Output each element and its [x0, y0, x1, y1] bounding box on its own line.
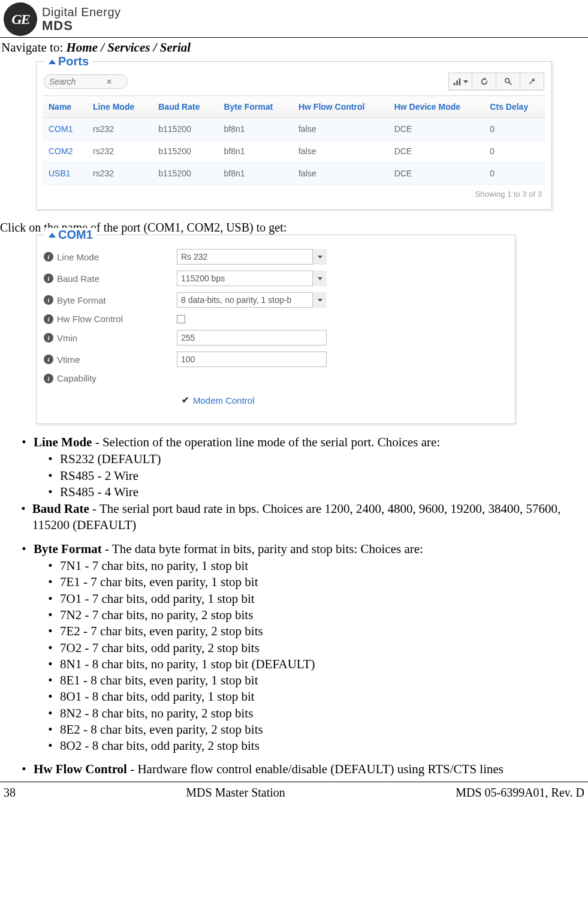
- cell-hwdev: DCE: [388, 140, 484, 163]
- table-row[interactable]: COM2 rs232 b115200 bf8n1 false DCE 0: [43, 140, 545, 163]
- caret-down-icon[interactable]: [312, 271, 327, 286]
- search-input[interactable]: [49, 77, 103, 86]
- modem-control-label: Modem Control: [193, 395, 255, 406]
- logo-bottom-text: MDS: [42, 19, 121, 32]
- byte-fmt-opt: 8E2 - 8 char bits, even parity, 2 stop b…: [60, 722, 263, 738]
- col-cts-delay[interactable]: Cts Delay: [484, 96, 545, 118]
- info-icon[interactable]: i: [44, 295, 53, 305]
- cell-hwdev: DCE: [388, 118, 484, 140]
- byte-fmt-opt: 7E2 - 7 char bits, even parity, 2 stop b…: [60, 623, 263, 639]
- com1-panel: COM1 i Line Mode i Baud Rate i Byte Form…: [36, 235, 515, 424]
- modem-control-link[interactable]: ✔ Modem Control: [182, 395, 508, 406]
- ports-panel-legend[interactable]: Ports: [45, 55, 92, 68]
- cell-name[interactable]: USB1: [43, 163, 87, 185]
- signal-button[interactable]: [448, 73, 472, 91]
- cell-hwflow: false: [293, 140, 388, 163]
- search-box[interactable]: ×: [44, 74, 128, 89]
- svg-rect-1: [456, 80, 458, 85]
- line-mode-opt: RS485 - 2 Wire: [60, 468, 138, 484]
- cell-baud: b115200: [152, 118, 218, 140]
- byte-fmt-opt: 7N1 - 7 char bits, no parity, 1 stop bit: [60, 558, 248, 574]
- byte-fmt-opt: 8N2 - 8 char bits, no parity, 2 stop bit…: [60, 705, 253, 722]
- col-byte-format[interactable]: Byte Format: [218, 96, 292, 118]
- check-icon: ✔: [182, 395, 189, 406]
- label-byte-format: Byte Format: [57, 295, 177, 305]
- info-icon[interactable]: i: [44, 355, 53, 364]
- caret-down-icon[interactable]: [312, 249, 327, 265]
- text-byte-format: - The data byte format in bits, parity a…: [102, 542, 423, 556]
- row-line-mode: i Line Mode: [44, 246, 508, 268]
- refresh-icon: [480, 77, 489, 86]
- col-line-mode[interactable]: Line Mode: [87, 96, 152, 118]
- line-mode-value[interactable]: [177, 249, 327, 265]
- caret-down-icon[interactable]: [312, 292, 327, 308]
- refresh-button[interactable]: [472, 73, 496, 91]
- cell-byte: bf8n1: [218, 140, 292, 163]
- line-mode-select[interactable]: [177, 249, 327, 265]
- cell-cts: 0: [484, 140, 545, 163]
- cell-line-mode: rs232: [87, 118, 152, 140]
- cell-line-mode: rs232: [87, 163, 152, 185]
- info-icon[interactable]: i: [44, 274, 53, 283]
- line-mode-opt: RS485 - 4 Wire: [60, 484, 138, 500]
- label-vtime: Vtime: [57, 355, 177, 365]
- label-baud-rate: Baud Rate: [57, 274, 177, 284]
- baud-rate-value[interactable]: [177, 271, 327, 286]
- chevron-up-icon: [49, 233, 56, 238]
- row-baud-rate: i Baud Rate: [44, 268, 508, 289]
- wrench-button[interactable]: [520, 73, 544, 91]
- svg-point-3: [505, 79, 509, 83]
- vmin-input[interactable]: [177, 330, 327, 346]
- row-vtime: i Vtime: [44, 349, 508, 370]
- hw-flow-checkbox[interactable]: [177, 315, 185, 323]
- svg-rect-0: [453, 83, 455, 85]
- col-hw-flow[interactable]: Hw Flow Control: [293, 96, 388, 118]
- com1-panel-legend[interactable]: COM1: [45, 228, 97, 242]
- table-row[interactable]: USB1 rs232 b115200 bf8n1 false DCE 0: [43, 163, 545, 185]
- text-baud-rate: - The serial port baud rate in bps. Choi…: [32, 501, 561, 532]
- com1-title: COM1: [58, 228, 93, 242]
- desc-hw-flow: •Hw Flow Control - Hardware flow control…: [0, 758, 588, 782]
- cell-byte: bf8n1: [218, 163, 292, 185]
- text-line-mode: - Selection of the operation line mode o…: [92, 435, 440, 449]
- cell-hwdev: DCE: [388, 163, 484, 185]
- logo-text: Digital Energy MDS: [42, 6, 121, 32]
- breadcrumb: Home / Services / Serial: [66, 40, 191, 55]
- label-hw-flow: Hw Flow Control: [57, 314, 177, 324]
- byte-format-select[interactable]: [177, 292, 327, 308]
- cell-name[interactable]: COM2: [43, 140, 87, 163]
- search-icon: [504, 77, 512, 86]
- ports-panel: Ports × Name Line Mode: [36, 61, 552, 210]
- cell-byte: bf8n1: [218, 118, 292, 140]
- byte-fmt-opt: 8O2 - 8 char bits, odd parity, 2 stop bi…: [60, 738, 260, 754]
- col-name[interactable]: Name: [43, 96, 87, 118]
- text-hw-flow: - Hardware flow control enable/disable (…: [127, 762, 503, 776]
- baud-rate-select[interactable]: [177, 271, 327, 286]
- desc-byte-format: •Byte Format - The data byte format in b…: [0, 538, 588, 758]
- info-icon[interactable]: i: [44, 374, 53, 383]
- logo-top-text: Digital Energy: [42, 6, 121, 19]
- label-vmin: Vmin: [57, 333, 177, 343]
- navigate-prefix: Navigate to:: [1, 40, 66, 55]
- byte-format-value[interactable]: [177, 292, 327, 308]
- cell-hwflow: false: [293, 163, 388, 185]
- info-icon[interactable]: i: [44, 333, 53, 343]
- cell-line-mode: rs232: [87, 140, 152, 163]
- cell-baud: b115200: [152, 163, 218, 185]
- info-icon[interactable]: i: [44, 314, 53, 324]
- footer-page: 38: [4, 786, 16, 800]
- term-line-mode: Line Mode: [34, 435, 92, 449]
- cell-name[interactable]: COM1: [43, 118, 87, 140]
- table-row[interactable]: COM1 rs232 b115200 bf8n1 false DCE 0: [43, 118, 545, 140]
- search-button[interactable]: [496, 73, 520, 91]
- row-capability: i Capability: [44, 370, 508, 386]
- term-byte-format: Byte Format: [34, 542, 102, 556]
- svg-rect-2: [459, 79, 460, 85]
- svg-line-4: [508, 82, 511, 85]
- wrench-icon: [528, 77, 536, 86]
- vtime-input[interactable]: [177, 352, 327, 367]
- info-icon[interactable]: i: [44, 252, 53, 262]
- col-baud-rate[interactable]: Baud Rate: [152, 96, 218, 118]
- clear-search-icon[interactable]: ×: [107, 77, 111, 86]
- col-hw-device[interactable]: Hw Device Mode: [388, 96, 484, 118]
